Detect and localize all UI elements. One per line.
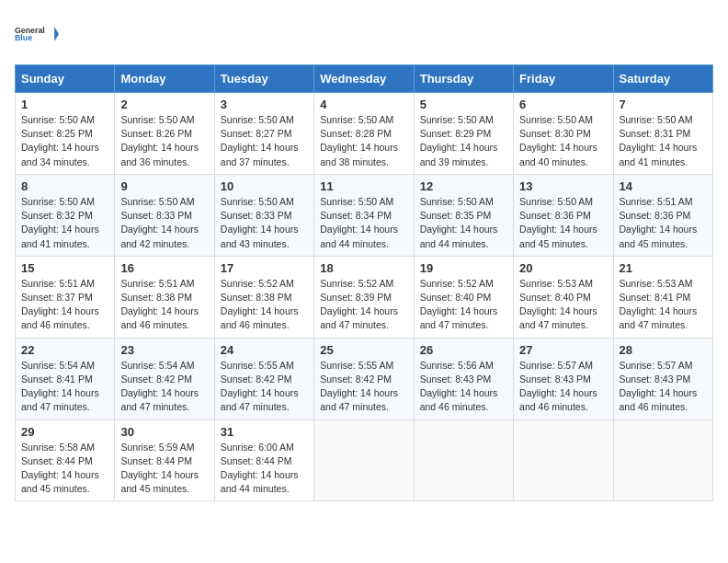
calendar-cell: 8Sunrise: 5:50 AMSunset: 8:32 PMDaylight… xyxy=(16,174,115,256)
calendar-cell: 21Sunrise: 5:53 AMSunset: 8:41 PMDayligh… xyxy=(613,256,712,338)
calendar-body: 1Sunrise: 5:50 AMSunset: 8:25 PMDaylight… xyxy=(16,93,713,501)
cell-details: Sunrise: 5:55 AMSunset: 8:42 PMDaylight:… xyxy=(320,359,407,415)
day-header-sunday: Sunday xyxy=(16,65,115,93)
day-number: 29 xyxy=(21,425,108,439)
day-number: 6 xyxy=(519,98,607,111)
calendar-cell: 10Sunrise: 5:50 AMSunset: 8:33 PMDayligh… xyxy=(214,174,313,256)
calendar-cell: 26Sunrise: 5:56 AMSunset: 8:43 PMDayligh… xyxy=(414,338,513,419)
calendar-cell: 13Sunrise: 5:50 AMSunset: 8:36 PMDayligh… xyxy=(514,174,613,256)
day-number: 13 xyxy=(519,179,607,193)
day-header-monday: Monday xyxy=(115,65,214,93)
day-number: 4 xyxy=(320,98,407,111)
calendar-week-5: 29Sunrise: 5:58 AMSunset: 8:44 PMDayligh… xyxy=(16,419,713,501)
day-number: 5 xyxy=(420,98,507,111)
cell-details: Sunrise: 5:50 AMSunset: 8:29 PMDaylight:… xyxy=(420,113,507,169)
logo-svg: General Blue xyxy=(15,15,59,53)
day-number: 3 xyxy=(221,98,308,111)
calendar-cell xyxy=(314,419,414,501)
cell-details: Sunrise: 5:57 AMSunset: 8:43 PMDaylight:… xyxy=(519,359,607,415)
calendar-cell: 7Sunrise: 5:50 AMSunset: 8:31 PMDaylight… xyxy=(613,93,712,175)
day-number: 19 xyxy=(420,261,507,275)
svg-marker-2 xyxy=(54,27,59,41)
day-header-tuesday: Tuesday xyxy=(214,65,313,93)
calendar-cell: 18Sunrise: 5:52 AMSunset: 8:39 PMDayligh… xyxy=(314,256,414,338)
day-number: 10 xyxy=(221,179,308,193)
cell-details: Sunrise: 5:50 AMSunset: 8:31 PMDaylight:… xyxy=(620,113,707,169)
day-number: 1 xyxy=(21,98,108,111)
day-header-saturday: Saturday xyxy=(613,65,712,93)
day-number: 23 xyxy=(120,343,208,357)
cell-details: Sunrise: 5:50 AMSunset: 8:28 PMDaylight:… xyxy=(320,113,407,169)
cell-details: Sunrise: 5:53 AMSunset: 8:41 PMDaylight:… xyxy=(620,277,707,333)
calendar-cell: 25Sunrise: 5:55 AMSunset: 8:42 PMDayligh… xyxy=(314,338,414,419)
calendar-cell: 2Sunrise: 5:50 AMSunset: 8:26 PMDaylight… xyxy=(115,93,214,175)
cell-details: Sunrise: 5:50 AMSunset: 8:27 PMDaylight:… xyxy=(221,113,308,169)
calendar-cell: 31Sunrise: 6:00 AMSunset: 8:44 PMDayligh… xyxy=(214,419,313,501)
day-number: 31 xyxy=(221,425,308,439)
day-number: 12 xyxy=(420,179,507,193)
cell-details: Sunrise: 5:50 AMSunset: 8:33 PMDaylight:… xyxy=(221,195,308,251)
cell-details: Sunrise: 5:53 AMSunset: 8:40 PMDaylight:… xyxy=(519,277,607,333)
calendar-table: SundayMondayTuesdayWednesdayThursdayFrid… xyxy=(15,64,713,501)
calendar-cell: 3Sunrise: 5:50 AMSunset: 8:27 PMDaylight… xyxy=(214,93,313,175)
day-number: 8 xyxy=(21,179,108,193)
cell-details: Sunrise: 5:50 AMSunset: 8:35 PMDaylight:… xyxy=(420,195,507,251)
day-number: 9 xyxy=(120,179,208,193)
cell-details: Sunrise: 5:50 AMSunset: 8:30 PMDaylight:… xyxy=(519,113,607,169)
day-header-friday: Friday xyxy=(514,65,613,93)
calendar-cell: 24Sunrise: 5:55 AMSunset: 8:42 PMDayligh… xyxy=(214,338,313,419)
calendar-cell: 9Sunrise: 5:50 AMSunset: 8:33 PMDaylight… xyxy=(115,174,214,256)
day-number: 16 xyxy=(120,261,208,275)
cell-details: Sunrise: 5:52 AMSunset: 8:38 PMDaylight:… xyxy=(221,277,308,333)
calendar-cell: 5Sunrise: 5:50 AMSunset: 8:29 PMDaylight… xyxy=(414,93,513,175)
calendar-cell: 20Sunrise: 5:53 AMSunset: 8:40 PMDayligh… xyxy=(514,256,613,338)
cell-details: Sunrise: 5:50 AMSunset: 8:25 PMDaylight:… xyxy=(21,113,108,169)
cell-details: Sunrise: 5:50 AMSunset: 8:33 PMDaylight:… xyxy=(120,195,208,251)
day-number: 11 xyxy=(320,179,407,193)
cell-details: Sunrise: 5:50 AMSunset: 8:32 PMDaylight:… xyxy=(21,195,108,251)
calendar-cell: 17Sunrise: 5:52 AMSunset: 8:38 PMDayligh… xyxy=(214,256,313,338)
day-number: 17 xyxy=(221,261,308,275)
cell-details: Sunrise: 5:50 AMSunset: 8:34 PMDaylight:… xyxy=(320,195,407,251)
day-number: 27 xyxy=(519,343,607,357)
cell-details: Sunrise: 5:51 AMSunset: 8:38 PMDaylight:… xyxy=(120,277,208,333)
calendar-cell: 23Sunrise: 5:54 AMSunset: 8:42 PMDayligh… xyxy=(115,338,214,419)
cell-details: Sunrise: 5:56 AMSunset: 8:43 PMDaylight:… xyxy=(420,359,507,415)
day-number: 28 xyxy=(620,343,707,357)
calendar-cell xyxy=(514,419,613,501)
calendar-cell: 6Sunrise: 5:50 AMSunset: 8:30 PMDaylight… xyxy=(514,93,613,175)
calendar-cell: 29Sunrise: 5:58 AMSunset: 8:44 PMDayligh… xyxy=(16,419,115,501)
calendar-header: SundayMondayTuesdayWednesdayThursdayFrid… xyxy=(16,65,713,93)
calendar-cell: 1Sunrise: 5:50 AMSunset: 8:25 PMDaylight… xyxy=(16,93,115,175)
calendar-cell: 14Sunrise: 5:51 AMSunset: 8:36 PMDayligh… xyxy=(613,174,712,256)
day-number: 20 xyxy=(519,261,607,275)
day-number: 26 xyxy=(420,343,507,357)
header-row: SundayMondayTuesdayWednesdayThursdayFrid… xyxy=(16,65,713,93)
cell-details: Sunrise: 5:50 AMSunset: 8:26 PMDaylight:… xyxy=(120,113,208,169)
svg-text:Blue: Blue xyxy=(15,33,32,42)
cell-details: Sunrise: 5:59 AMSunset: 8:44 PMDaylight:… xyxy=(120,441,208,497)
cell-details: Sunrise: 5:55 AMSunset: 8:42 PMDaylight:… xyxy=(221,359,308,415)
day-number: 22 xyxy=(21,343,108,357)
calendar-cell: 28Sunrise: 5:57 AMSunset: 8:43 PMDayligh… xyxy=(613,338,712,419)
calendar-cell: 27Sunrise: 5:57 AMSunset: 8:43 PMDayligh… xyxy=(514,338,613,419)
calendar-cell: 30Sunrise: 5:59 AMSunset: 8:44 PMDayligh… xyxy=(115,419,214,501)
calendar-cell: 11Sunrise: 5:50 AMSunset: 8:34 PMDayligh… xyxy=(314,174,414,256)
cell-details: Sunrise: 5:58 AMSunset: 8:44 PMDaylight:… xyxy=(21,441,108,497)
calendar-cell xyxy=(414,419,513,501)
page-header: General Blue xyxy=(15,15,713,53)
day-header-thursday: Thursday xyxy=(414,65,513,93)
cell-details: Sunrise: 5:52 AMSunset: 8:39 PMDaylight:… xyxy=(320,277,407,333)
day-number: 18 xyxy=(320,261,407,275)
calendar-week-4: 22Sunrise: 5:54 AMSunset: 8:41 PMDayligh… xyxy=(16,338,713,419)
day-header-wednesday: Wednesday xyxy=(314,65,414,93)
calendar-cell: 4Sunrise: 5:50 AMSunset: 8:28 PMDaylight… xyxy=(314,93,414,175)
logo: General Blue xyxy=(15,15,59,53)
calendar-cell: 19Sunrise: 5:52 AMSunset: 8:40 PMDayligh… xyxy=(414,256,513,338)
cell-details: Sunrise: 5:54 AMSunset: 8:41 PMDaylight:… xyxy=(21,359,108,415)
cell-details: Sunrise: 5:57 AMSunset: 8:43 PMDaylight:… xyxy=(620,359,707,415)
calendar-cell xyxy=(613,419,712,501)
day-number: 25 xyxy=(320,343,407,357)
day-number: 15 xyxy=(21,261,108,275)
day-number: 21 xyxy=(620,261,707,275)
